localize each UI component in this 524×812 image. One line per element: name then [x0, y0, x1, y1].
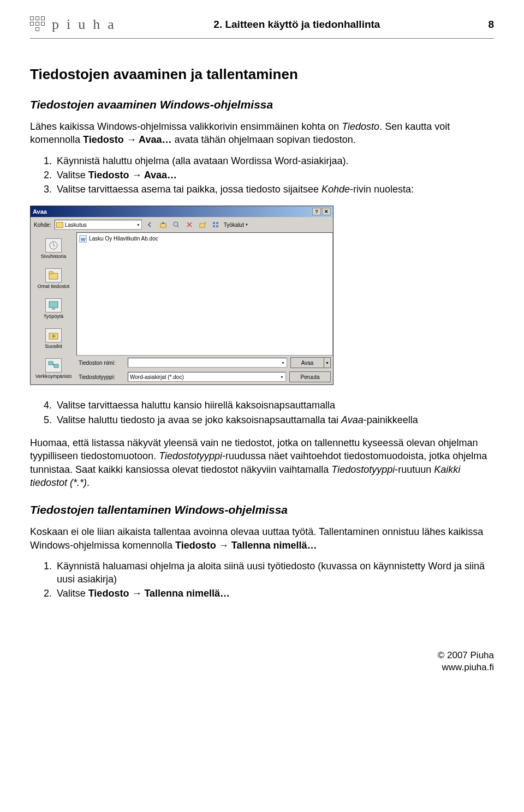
svg-rect-13	[49, 272, 53, 274]
history-icon	[45, 238, 62, 252]
open-file-dialog: Avaa ? ✕ Kohde: Laskutus ▼	[30, 206, 334, 385]
subsection-title-save: Tiedostojen tallentaminen Windows-ohjelm…	[30, 503, 494, 516]
svg-rect-7	[213, 222, 215, 224]
folder-icon	[56, 222, 63, 228]
svg-line-2	[177, 226, 179, 227]
steps-save: Käynnistä haluamasi ohjelma ja aloita si…	[30, 560, 494, 600]
chevron-down-icon: ▼	[136, 223, 140, 227]
svg-rect-10	[216, 225, 218, 227]
open-button[interactable]: Avaa	[290, 357, 324, 368]
svg-rect-19	[54, 364, 58, 368]
dialog-titlebar: Avaa ? ✕	[31, 206, 333, 217]
sidebar-item-network[interactable]: Verkkoympäristö	[32, 354, 75, 383]
filename-input[interactable]: ▼	[128, 358, 287, 368]
dialog-title-text: Avaa	[33, 208, 311, 215]
folder-docs-icon	[45, 268, 62, 282]
word-file-icon: W	[79, 235, 87, 243]
brand-logo: piuha	[30, 16, 122, 33]
sidebar-item-history[interactable]: Sivuhistoria	[32, 234, 75, 263]
svg-rect-15	[52, 308, 55, 310]
page-footer: © 2007 Piuha www.piuha.fi	[30, 649, 494, 673]
delete-icon[interactable]	[184, 220, 194, 230]
filetype-row: Tiedostotyyppi: Word-asiakirjat (*.doc)▼…	[76, 370, 333, 384]
step-4: Valitse tarvittaessa haluttu kansio hiir…	[55, 399, 494, 412]
file-list[interactable]: W Lasku Oy Hilavitkutin Ab.doc	[76, 232, 333, 356]
desktop-icon	[45, 298, 62, 312]
step-save-1: Käynnistä haluamasi ohjelma ja aloita si…	[55, 560, 494, 586]
subsection-title-open: Tiedostojen avaaminen Windows-ohjelmissa	[30, 98, 494, 111]
help-button[interactable]: ?	[312, 208, 321, 215]
svg-rect-12	[49, 273, 58, 279]
filename-row: Tiedoston nimi: ▼ Avaa ▼	[76, 356, 333, 370]
copyright-line: © 2007 Piuha	[30, 649, 494, 661]
chevron-down-icon: ▼	[245, 223, 248, 226]
new-folder-icon[interactable]: ✳	[198, 220, 207, 230]
svg-text:✳: ✳	[51, 333, 56, 339]
svg-rect-0	[160, 224, 166, 227]
filetype-label: Tiedostotyyppi:	[79, 374, 124, 380]
header-divider	[30, 38, 494, 39]
step-3: Valitse tarvittaessa asema tai paikka, j…	[55, 183, 494, 196]
search-web-icon[interactable]	[171, 220, 181, 230]
back-icon[interactable]	[145, 220, 155, 230]
page-header: piuha 2. Laitteen käyttö ja tiedonhallin…	[30, 16, 494, 33]
chapter-title: 2. Laitteen käyttö ja tiedonhallinta	[122, 19, 472, 31]
svg-text:✳: ✳	[204, 221, 206, 225]
svg-rect-9	[213, 225, 215, 227]
steps-open-1: Käynnistä haluttu ohjelma (alla avataan …	[30, 154, 494, 196]
favorites-icon: ✳	[45, 328, 62, 342]
svg-rect-18	[49, 362, 53, 365]
brand-text: piuha	[52, 16, 122, 33]
svg-text:W: W	[81, 237, 86, 242]
step-2: Valitse Tiedosto → Avaa…	[55, 169, 494, 182]
filename-label: Tiedoston nimi:	[79, 360, 124, 366]
website-line: www.piuha.fi	[30, 661, 494, 673]
chevron-down-icon: ▼	[281, 361, 285, 365]
brand-icon	[30, 16, 46, 33]
kohde-label: Kohde:	[34, 222, 51, 228]
dialog-toolbar: Kohde: Laskutus ▼ ✳	[31, 217, 333, 232]
svg-point-1	[174, 222, 178, 226]
sidebar-item-desktop[interactable]: Työpöytä	[32, 294, 75, 323]
steps-open-2: Valitse tarvittaessa haluttu kansio hiir…	[30, 399, 494, 426]
views-icon[interactable]	[211, 220, 221, 230]
svg-rect-14	[49, 302, 58, 308]
page-number: 8	[472, 19, 494, 31]
sidebar-item-favorites[interactable]: ✳ Suosikit	[32, 324, 75, 353]
places-bar: Sivuhistoria Omat tiedostot Työpöytä ✳ S…	[31, 232, 76, 384]
up-one-level-icon[interactable]	[158, 220, 168, 230]
network-icon	[45, 358, 62, 372]
sidebar-item-mydocs[interactable]: Omat tiedostot	[32, 264, 75, 293]
close-button[interactable]: ✕	[322, 208, 331, 215]
kohde-value: Laskutus	[65, 222, 87, 228]
tools-menu[interactable]: Työkalut▼	[224, 222, 248, 228]
svg-rect-8	[216, 222, 218, 224]
section-title: Tiedostojen avaaminen ja tallentaminen	[30, 66, 494, 83]
filetype-dropdown[interactable]: Word-asiakirjat (*.doc)▼	[128, 372, 286, 382]
file-item[interactable]: W Lasku Oy Hilavitkutin Ab.doc	[79, 234, 330, 243]
paragraph-filetype-note: Huomaa, että listassa näkyvät yleensä va…	[30, 436, 494, 489]
step-1: Käynnistä haluttu ohjelma (alla avataan …	[55, 154, 494, 167]
paragraph-intro-save: Koskaan ei ole liian aikaista tallentaa …	[30, 525, 494, 552]
step-save-2: Valitse Tiedosto → Tallenna nimellä…	[55, 587, 494, 600]
paragraph-intro-open: Lähes kaikissa Windows-ohjelmissa valikk…	[30, 120, 494, 147]
step-5: Valitse haluttu tiedosto ja avaa se joko…	[55, 413, 494, 426]
chevron-down-icon: ▼	[280, 375, 284, 379]
open-button-dropdown[interactable]: ▼	[324, 357, 331, 368]
kohde-dropdown[interactable]: Laskutus ▼	[55, 220, 142, 230]
cancel-button[interactable]: Peruuta	[289, 371, 331, 382]
